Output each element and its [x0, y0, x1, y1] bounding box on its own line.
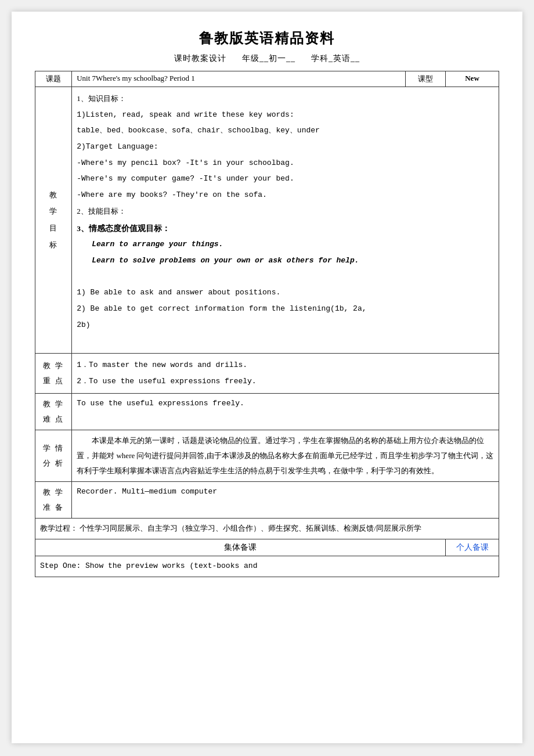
emotion-2: Learn to solve problems on your own or a…: [92, 254, 494, 268]
emotion-title: 3、情感态度价值观目标：: [77, 221, 494, 236]
difficult-content: To use the useful expressions freely.: [72, 394, 499, 430]
header-row: 课题 Unit 7Where's my schoolbag? Period 1 …: [35, 71, 499, 87]
knowledge-sub2: 2)Target Language:: [77, 140, 494, 154]
blank-line: [77, 270, 494, 285]
process-text: 个性学习同层展示、自主学习（独立学习、小组合作）、师生探究、拓展训练、检测反馈/…: [80, 524, 421, 532]
preparation-row: 教 学准 备 Recorder. Multi—medium computer: [35, 482, 499, 519]
dialog1: -Where's my pencil box? -It's in your sc…: [77, 156, 494, 171]
difficult-label: 教 学难 点: [35, 394, 72, 430]
main-title: 鲁教版英语精品资料: [35, 29, 499, 48]
key-line2: 2．To use the useful expressions freely.: [77, 375, 494, 389]
analysis-row: 学 情分 析 本课是本单元的第一课时，话题是谈论物品的位置。通过学习，学生在掌握…: [35, 430, 499, 482]
skill-1: 1) Be able to ask and answer about posit…: [77, 286, 494, 300]
knowledge-sub1: 1)Listen, read, speak and write these ke…: [77, 108, 494, 123]
skill-title: 2、技能目标：: [77, 204, 494, 219]
objectives-content: 1、知识目标： 1)Listen, read, speak and write …: [72, 87, 499, 354]
analysis-label: 学 情分 析: [35, 430, 72, 482]
process-label: 教学过程：: [40, 524, 78, 532]
subtitle-subject: 学科_英语__: [311, 54, 360, 63]
collective-cell: 集体备课: [35, 539, 446, 556]
knowledge-title: 1、知识目标：: [77, 92, 494, 106]
analysis-text: 本课是本单元的第一课时，话题是谈论物品的位置。通过学习，学生在掌握物品的名称的基…: [77, 436, 493, 475]
key-points-row: 教 学重 点 1．To master the new words and dri…: [35, 353, 499, 393]
key-label: 教 学重 点: [35, 353, 72, 393]
process-content: 教学过程： 个性学习同层展示、自主学习（独立学习、小组合作）、师生探究、拓展训练…: [35, 519, 499, 539]
objectives-label: 教学目标: [35, 87, 72, 354]
course-title-value: Unit 7Where's my schoolbag? Period 1: [72, 71, 406, 87]
blank-line2: [77, 334, 494, 348]
skill-2: 2) Be able to get correct information fo…: [77, 302, 494, 316]
dialog3: -Where are my books? -They're on the sof…: [77, 188, 494, 203]
knowledge-words: table、bed、bookcase、sofa、chair、schoolbag、…: [77, 124, 494, 138]
course-type-label: 课型: [406, 71, 446, 87]
subtitle-grade: 年级__初一__: [242, 54, 295, 63]
preparation-content: Recorder. Multi—medium computer: [72, 482, 499, 519]
analysis-content: 本课是本单元的第一课时，话题是谈论物品的位置。通过学习，学生在掌握物品的名称的基…: [72, 430, 499, 482]
dialog2: -Where's my computer game? -It's under y…: [77, 172, 494, 186]
difficult-row: 教 学难 点 To use the useful expressions fre…: [35, 394, 499, 430]
preparation-label: 教 学准 备: [35, 482, 72, 519]
subtitle-label: 课时教案设计: [174, 54, 226, 63]
skill-2b: 2b): [77, 318, 494, 333]
objectives-row: 教学目标 1、知识目标： 1)Listen, read, speak and w…: [35, 87, 499, 354]
course-title-label: 课题: [35, 71, 72, 87]
course-type-value: New: [446, 71, 499, 87]
page: 鲁教版英语精品资料 课时教案设计 年级__初一__ 学科_英语__ 课题 Uni…: [12, 12, 522, 743]
key-content: 1．To master the new words and drills. 2．…: [72, 353, 499, 393]
step-one-row: Step One: Show the preview works (text-b…: [35, 556, 499, 577]
emotion-1: Learn to arrange your things.: [92, 237, 494, 252]
main-table: 课题 Unit 7Where's my schoolbag? Period 1 …: [35, 71, 499, 577]
process-row: 教学过程： 个性学习同层展示、自主学习（独立学习、小组合作）、师生探究、拓展训练…: [35, 519, 499, 539]
backup-header-row: 集体备课 个人备课: [35, 539, 499, 556]
key-line1: 1．To master the new words and drills.: [77, 358, 494, 373]
personal-cell: 个人备课: [446, 539, 499, 556]
subtitle: 课时教案设计 年级__初一__ 学科_英语__: [35, 53, 499, 64]
step-one-content: Step One: Show the preview works (text-b…: [35, 556, 499, 577]
